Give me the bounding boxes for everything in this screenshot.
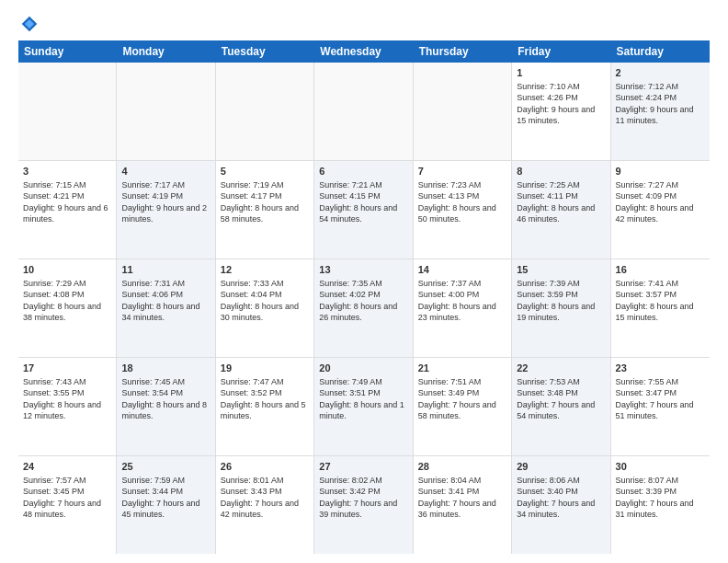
day-number: 10 [23,263,111,276]
day-cell-2: 2Sunrise: 7:12 AM Sunset: 4:24 PM Daylig… [611,63,710,160]
empty-cell-0-3 [314,63,413,160]
day-number: 29 [517,460,605,473]
day-cell-22: 22Sunrise: 7:53 AM Sunset: 3:48 PM Dayli… [512,358,610,455]
day-cell-7: 7Sunrise: 7:23 AM Sunset: 4:13 PM Daylig… [414,161,512,259]
day-number: 24 [23,460,111,473]
day-cell-1: 1Sunrise: 7:10 AM Sunset: 4:26 PM Daylig… [512,63,610,160]
day-number: 3 [23,165,111,178]
day-cell-8: 8Sunrise: 7:25 AM Sunset: 4:11 PM Daylig… [512,161,610,259]
calendar-row-0: 1Sunrise: 7:10 AM Sunset: 4:26 PM Daylig… [18,63,710,161]
calendar-row-2: 10Sunrise: 7:29 AM Sunset: 4:08 PM Dayli… [18,259,710,358]
day-info: Sunrise: 7:57 AM Sunset: 3:45 PM Dayligh… [23,475,111,520]
day-cell-14: 14Sunrise: 7:37 AM Sunset: 4:00 PM Dayli… [414,259,512,357]
calendar-body: 1Sunrise: 7:10 AM Sunset: 4:26 PM Daylig… [18,63,710,554]
day-number: 27 [319,460,407,473]
day-number: 14 [418,263,506,276]
day-info: Sunrise: 8:06 AM Sunset: 3:40 PM Dayligh… [517,475,605,520]
day-cell-17: 17Sunrise: 7:43 AM Sunset: 3:55 PM Dayli… [18,358,117,455]
day-cell-29: 29Sunrise: 8:06 AM Sunset: 3:40 PM Dayli… [512,456,610,554]
day-info: Sunrise: 7:47 AM Sunset: 3:52 PM Dayligh… [221,376,309,421]
day-number: 2 [616,66,705,79]
day-info: Sunrise: 7:35 AM Sunset: 4:02 PM Dayligh… [319,278,407,323]
day-info: Sunrise: 7:33 AM Sunset: 4:04 PM Dayligh… [221,278,309,323]
day-info: Sunrise: 7:21 AM Sunset: 4:15 PM Dayligh… [319,179,407,224]
day-info: Sunrise: 7:15 AM Sunset: 4:21 PM Dayligh… [23,179,111,224]
day-number: 7 [418,165,506,178]
header-day-saturday: Saturday [611,40,710,63]
calendar-row-1: 3Sunrise: 7:15 AM Sunset: 4:21 PM Daylig… [18,161,710,259]
day-cell-15: 15Sunrise: 7:39 AM Sunset: 3:59 PM Dayli… [512,259,610,357]
day-cell-10: 10Sunrise: 7:29 AM Sunset: 4:08 PM Dayli… [18,259,117,357]
calendar: SundayMondayTuesdayWednesdayThursdayFrid… [18,40,710,554]
day-cell-4: 4Sunrise: 7:17 AM Sunset: 4:19 PM Daylig… [117,161,215,259]
day-info: Sunrise: 7:27 AM Sunset: 4:09 PM Dayligh… [616,179,705,224]
day-number: 12 [221,263,309,276]
day-info: Sunrise: 7:19 AM Sunset: 4:17 PM Dayligh… [221,179,309,224]
header-day-wednesday: Wednesday [314,40,413,63]
day-number: 18 [121,362,210,374]
day-cell-28: 28Sunrise: 8:04 AM Sunset: 3:41 PM Dayli… [414,456,512,554]
day-number: 19 [221,362,309,374]
day-cell-12: 12Sunrise: 7:33 AM Sunset: 4:04 PM Dayli… [216,259,314,357]
day-number: 23 [616,362,705,374]
calendar-row-4: 24Sunrise: 7:57 AM Sunset: 3:45 PM Dayli… [18,456,710,554]
day-number: 17 [23,362,111,374]
day-cell-3: 3Sunrise: 7:15 AM Sunset: 4:21 PM Daylig… [18,161,117,259]
day-info: Sunrise: 7:29 AM Sunset: 4:08 PM Dayligh… [23,278,111,323]
day-info: Sunrise: 7:10 AM Sunset: 4:26 PM Dayligh… [517,81,605,126]
day-info: Sunrise: 7:59 AM Sunset: 3:44 PM Dayligh… [121,475,210,520]
day-number: 16 [616,263,705,276]
day-number: 8 [517,165,605,178]
logo [18,15,39,33]
day-cell-19: 19Sunrise: 7:47 AM Sunset: 3:52 PM Dayli… [216,358,314,455]
day-info: Sunrise: 7:41 AM Sunset: 3:57 PM Dayligh… [616,278,705,323]
day-cell-30: 30Sunrise: 8:07 AM Sunset: 3:39 PM Dayli… [611,456,710,554]
day-number: 26 [221,460,309,473]
calendar-header: SundayMondayTuesdayWednesdayThursdayFrid… [18,40,710,63]
header-day-friday: Friday [512,40,610,63]
day-info: Sunrise: 7:37 AM Sunset: 4:00 PM Dayligh… [418,278,506,323]
logo-icon [20,15,39,33]
day-cell-13: 13Sunrise: 7:35 AM Sunset: 4:02 PM Dayli… [314,259,413,357]
day-cell-18: 18Sunrise: 7:45 AM Sunset: 3:54 PM Dayli… [117,358,215,455]
calendar-row-3: 17Sunrise: 7:43 AM Sunset: 3:55 PM Dayli… [18,358,710,456]
empty-cell-0-1 [117,63,215,160]
header-day-thursday: Thursday [414,40,512,63]
day-number: 1 [517,66,605,79]
day-number: 4 [121,165,210,178]
day-cell-11: 11Sunrise: 7:31 AM Sunset: 4:06 PM Dayli… [117,259,215,357]
day-cell-21: 21Sunrise: 7:51 AM Sunset: 3:49 PM Dayli… [414,358,512,455]
day-number: 13 [319,263,407,276]
day-number: 11 [121,263,210,276]
empty-cell-0-2 [216,63,314,160]
day-info: Sunrise: 8:04 AM Sunset: 3:41 PM Dayligh… [418,475,506,520]
day-cell-5: 5Sunrise: 7:19 AM Sunset: 4:17 PM Daylig… [216,161,314,259]
day-number: 9 [616,165,705,178]
header-day-monday: Monday [117,40,215,63]
empty-cell-0-4 [414,63,512,160]
day-number: 30 [616,460,705,473]
header [18,15,710,33]
day-info: Sunrise: 7:49 AM Sunset: 3:51 PM Dayligh… [319,376,407,421]
day-info: Sunrise: 7:12 AM Sunset: 4:24 PM Dayligh… [616,81,705,126]
day-cell-24: 24Sunrise: 7:57 AM Sunset: 3:45 PM Dayli… [18,456,117,554]
day-info: Sunrise: 7:17 AM Sunset: 4:19 PM Dayligh… [121,179,210,224]
header-day-tuesday: Tuesday [216,40,314,63]
day-info: Sunrise: 7:25 AM Sunset: 4:11 PM Dayligh… [517,179,605,224]
day-info: Sunrise: 7:51 AM Sunset: 3:49 PM Dayligh… [418,376,506,421]
day-number: 28 [418,460,506,473]
day-info: Sunrise: 7:55 AM Sunset: 3:47 PM Dayligh… [616,376,705,421]
day-number: 5 [221,165,309,178]
day-number: 15 [517,263,605,276]
day-info: Sunrise: 8:01 AM Sunset: 3:43 PM Dayligh… [221,475,309,520]
day-info: Sunrise: 7:23 AM Sunset: 4:13 PM Dayligh… [418,179,506,224]
day-info: Sunrise: 7:31 AM Sunset: 4:06 PM Dayligh… [121,278,210,323]
day-cell-16: 16Sunrise: 7:41 AM Sunset: 3:57 PM Dayli… [611,259,710,357]
day-cell-6: 6Sunrise: 7:21 AM Sunset: 4:15 PM Daylig… [314,161,413,259]
day-cell-27: 27Sunrise: 8:02 AM Sunset: 3:42 PM Dayli… [314,456,413,554]
page: SundayMondayTuesdayWednesdayThursdayFrid… [0,0,728,563]
day-cell-23: 23Sunrise: 7:55 AM Sunset: 3:47 PM Dayli… [611,358,710,455]
day-info: Sunrise: 7:43 AM Sunset: 3:55 PM Dayligh… [23,376,111,421]
day-cell-9: 9Sunrise: 7:27 AM Sunset: 4:09 PM Daylig… [611,161,710,259]
day-info: Sunrise: 7:45 AM Sunset: 3:54 PM Dayligh… [121,376,210,421]
